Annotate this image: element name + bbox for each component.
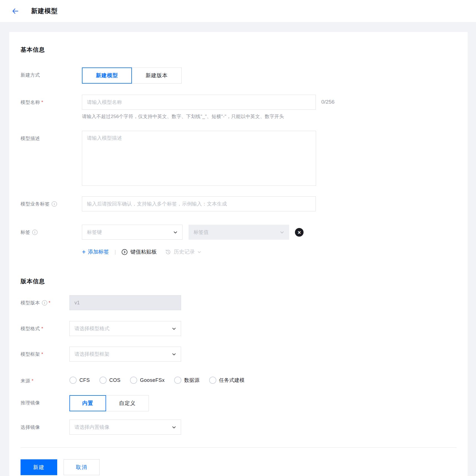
radio-cos[interactable]: COS	[99, 377, 121, 384]
tab-create-version[interactable]: 新建版本	[132, 67, 182, 84]
form-card: 基本信息 新建方式 新建模型 新建版本 模型名称 * 0/256 请输入不超过2…	[9, 32, 468, 476]
tag-label: 标签 i	[21, 225, 82, 236]
model-framework-select[interactable]: 请选择模型框架	[69, 347, 181, 362]
tab-builtin-image[interactable]: 内置	[69, 395, 106, 411]
row-tag: 标签 i 标签键 标签值 ×	[21, 225, 457, 240]
info-icon[interactable]: i	[42, 300, 47, 305]
arrow-left-icon	[11, 7, 19, 15]
footer-divider	[21, 447, 457, 448]
required-mark: *	[49, 300, 51, 305]
close-icon: ×	[298, 230, 301, 235]
row-source: 来源 * CFS COS GooseFSx 数据源 任务式建模	[21, 373, 457, 384]
biz-tag-input[interactable]	[82, 196, 316, 211]
remove-tag-button[interactable]: ×	[295, 228, 304, 237]
model-version-input	[69, 295, 181, 310]
radio-goosefsx[interactable]: GooseFSx	[130, 377, 165, 384]
info-icon[interactable]: i	[52, 201, 57, 207]
model-version-label: 模型版本 i *	[21, 295, 69, 306]
chevron-down-icon	[280, 230, 284, 235]
circle-chevron-right-icon	[121, 249, 128, 255]
tag-value-select[interactable]: 标签值	[189, 225, 289, 240]
select-image-label: 选择镜像	[21, 420, 69, 430]
image-select[interactable]: 请选择内置镜像	[69, 420, 181, 435]
required-mark: *	[41, 352, 43, 357]
kv-clipboard-link[interactable]: 键值粘贴板	[121, 248, 157, 255]
chevron-down-icon	[172, 352, 176, 357]
model-desc-textarea[interactable]	[82, 131, 316, 186]
source-label: 来源 *	[21, 373, 69, 384]
model-format-label: 模型格式 *	[21, 321, 69, 332]
tag-actions-row: + 添加标签 | 键值粘贴板 历史记录	[82, 247, 457, 256]
row-model-framework: 模型框架 * 请选择模型框架	[21, 347, 457, 362]
required-mark: *	[41, 326, 43, 331]
create-button[interactable]: 新建	[21, 459, 57, 475]
radio-circle-icon	[69, 377, 77, 384]
row-model-name: 模型名称 * 0/256 请输入不超过256个字符，仅支持中英文、数字、下划线"…	[21, 95, 457, 120]
add-tag-link[interactable]: + 添加标签	[82, 248, 109, 255]
radio-circle-icon	[130, 377, 137, 384]
source-radio-group: CFS COS GooseFSx 数据源 任务式建模	[69, 373, 245, 384]
tab-create-model[interactable]: 新建模型	[82, 67, 132, 84]
create-mode-label: 新建方式	[21, 67, 82, 78]
row-create-mode: 新建方式 新建模型 新建版本	[21, 67, 457, 84]
model-format-select[interactable]: 请选择模型格式	[69, 321, 181, 336]
history-link[interactable]: 历史记录	[165, 248, 201, 255]
tag-key-select[interactable]: 标签键	[82, 225, 182, 240]
row-biz-tag: 模型业务标签 i	[21, 196, 457, 211]
row-inference-image: 推理镜像 内置 自定义	[21, 395, 457, 411]
radio-circle-icon	[209, 377, 216, 384]
radio-task-modeling[interactable]: 任务式建模	[209, 377, 245, 384]
create-mode-tabset: 新建模型 新建版本	[82, 67, 182, 84]
row-model-desc: 模型描述	[21, 131, 457, 186]
cancel-button[interactable]: 取消	[64, 459, 100, 475]
required-mark: *	[41, 100, 43, 105]
chevron-down-icon	[172, 425, 176, 430]
section-title-basic: 基本信息	[21, 46, 457, 54]
required-mark: *	[32, 379, 34, 384]
chevron-down-icon	[197, 250, 201, 254]
info-icon[interactable]: i	[32, 230, 37, 235]
footer-actions: 新建 取消	[21, 459, 457, 475]
model-name-help: 请输入不超过256个字符，仅支持中英文、数字、下划线"_"、短横"-"，只能以中…	[82, 113, 335, 120]
char-counter: 0/256	[321, 95, 335, 105]
model-desc-label: 模型描述	[21, 131, 82, 142]
model-framework-label: 模型框架 *	[21, 347, 69, 357]
chevron-down-icon	[173, 230, 178, 235]
model-name-input[interactable]	[82, 95, 316, 110]
history-clock-icon	[165, 249, 171, 255]
chevron-down-icon	[172, 326, 176, 331]
tab-custom-image[interactable]: 自定义	[106, 395, 149, 411]
row-model-format: 模型格式 * 请选择模型格式	[21, 321, 457, 336]
page-title: 新建模型	[31, 7, 58, 15]
inference-image-label: 推理镜像	[21, 395, 69, 406]
model-name-label: 模型名称 *	[21, 95, 82, 106]
plus-icon: +	[82, 249, 86, 255]
radio-cfs[interactable]: CFS	[69, 377, 90, 384]
radio-datasource[interactable]: 数据源	[174, 377, 200, 384]
inference-image-tabset: 内置 自定义	[69, 395, 149, 411]
back-button[interactable]	[11, 7, 19, 15]
row-select-image: 选择镜像 请选择内置镜像	[21, 420, 457, 435]
section-title-version: 版本信息	[21, 277, 457, 285]
page-header: 新建模型	[0, 0, 476, 22]
row-model-version: 模型版本 i *	[21, 295, 457, 310]
radio-circle-icon	[174, 377, 181, 384]
biz-tag-label: 模型业务标签 i	[21, 196, 82, 207]
radio-circle-icon	[99, 377, 107, 384]
separator: |	[114, 249, 116, 255]
